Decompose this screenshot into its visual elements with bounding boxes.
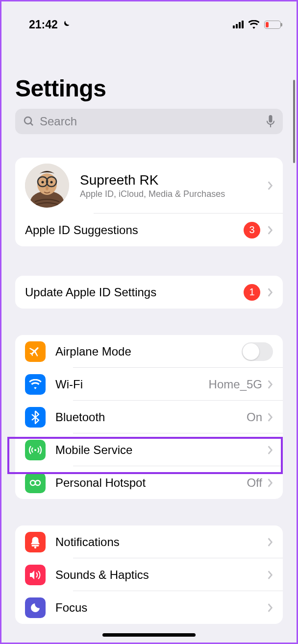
wifi-icon	[248, 20, 259, 29]
row-value: On	[247, 410, 262, 424]
update-apple-id-group: Update Apple ID Settings 1	[15, 276, 283, 309]
profile-subtitle: Apple ID, iCloud, Media & Purchases	[80, 189, 267, 199]
row-label: Mobile Service	[55, 443, 267, 457]
row-label: Apple ID Suggestions	[25, 223, 244, 237]
row-label: Sounds & Haptics	[55, 568, 267, 582]
badge: 3	[244, 222, 260, 239]
svg-point-17	[34, 546, 36, 548]
chevron-right-icon	[267, 181, 273, 191]
chevron-right-icon	[267, 570, 273, 580]
row-label: Update Apple ID Settings	[25, 286, 244, 299]
bluetooth-row[interactable]: Bluetooth On	[15, 401, 283, 433]
airplane-mode-row[interactable]: Airplane Mode	[15, 335, 283, 368]
personal-hotspot-row[interactable]: Personal Hotspot Off	[15, 466, 283, 499]
moon-icon	[61, 20, 71, 29]
cellular-icon	[25, 440, 46, 460]
home-indicator[interactable]	[102, 633, 196, 637]
svg-line-1	[30, 123, 33, 125]
row-value: Off	[247, 476, 262, 490]
mobile-service-row[interactable]: Mobile Service	[15, 433, 283, 466]
row-label: Focus	[55, 601, 267, 615]
notifications-row[interactable]: Notifications	[15, 525, 283, 558]
svg-point-12	[46, 186, 49, 191]
hotspot-icon	[25, 473, 46, 493]
svg-point-15	[35, 480, 40, 485]
row-label: Personal Hotspot	[55, 476, 247, 490]
page-title: Settings	[1, 36, 297, 109]
notifications-icon	[25, 532, 46, 552]
cellular-icon	[233, 21, 244, 28]
apple-id-row[interactable]: Supreeth RK Apple ID, iCloud, Media & Pu…	[15, 158, 283, 214]
svg-point-14	[30, 480, 35, 485]
airplane-icon	[25, 341, 46, 362]
svg-point-10	[42, 181, 44, 184]
svg-rect-2	[269, 115, 272, 122]
update-apple-id-row[interactable]: Update Apple ID Settings 1	[15, 276, 283, 309]
row-label: Bluetooth	[55, 410, 247, 424]
focus-icon	[25, 597, 46, 618]
wifi-icon	[25, 374, 46, 395]
row-label: Airplane Mode	[55, 345, 242, 358]
chevron-right-icon	[267, 478, 273, 488]
chevron-right-icon	[267, 445, 273, 455]
row-label: Wi-Fi	[55, 378, 209, 391]
status-time: 21:42	[29, 18, 58, 31]
chevron-right-icon	[267, 287, 273, 297]
avatar	[25, 164, 69, 208]
sounds-haptics-row[interactable]: Sounds & Haptics	[15, 558, 283, 591]
connectivity-group: Airplane Mode Wi-Fi Home_5G Bluetooth On…	[15, 335, 283, 499]
search-input[interactable]: Search	[15, 109, 283, 134]
svg-point-11	[50, 181, 53, 184]
svg-point-0	[25, 117, 31, 124]
search-placeholder: Search	[40, 115, 261, 128]
sounds-icon	[25, 565, 46, 585]
status-bar: 21:42	[1, 1, 297, 36]
row-label: Notifications	[55, 535, 267, 549]
wifi-row[interactable]: Wi-Fi Home_5G	[15, 368, 283, 401]
profile-group: Supreeth RK Apple ID, iCloud, Media & Pu…	[15, 158, 283, 246]
microphone-icon[interactable]	[266, 115, 275, 128]
chevron-right-icon	[267, 537, 273, 547]
chevron-right-icon	[267, 225, 273, 235]
badge: 1	[244, 284, 260, 301]
search-icon	[23, 116, 35, 127]
airplane-toggle[interactable]	[242, 342, 273, 361]
focus-row[interactable]: Focus	[15, 591, 283, 624]
apple-id-suggestions-row[interactable]: Apple ID Suggestions 3	[15, 214, 283, 246]
chevron-right-icon	[267, 412, 273, 422]
svg-point-13	[34, 449, 36, 451]
system-group: Notifications Sounds & Haptics Focus	[15, 525, 283, 624]
svg-rect-16	[31, 545, 39, 546]
row-value: Home_5G	[209, 378, 262, 391]
chevron-right-icon	[267, 380, 273, 389]
profile-name: Supreeth RK	[80, 172, 267, 188]
battery-icon	[264, 21, 281, 29]
bluetooth-icon	[25, 407, 46, 428]
scroll-indicator	[293, 80, 295, 163]
chevron-right-icon	[267, 603, 273, 613]
